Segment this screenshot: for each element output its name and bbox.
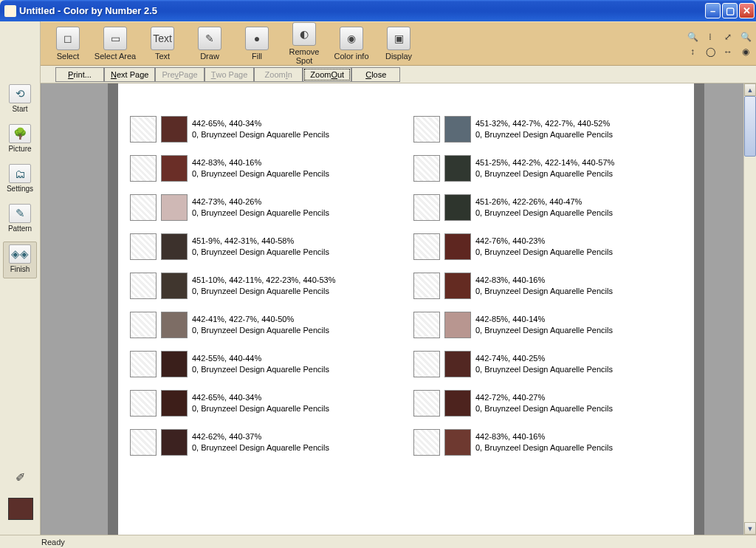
two-page-button[interactable]: Two Page bbox=[205, 67, 255, 82]
toolbar-select[interactable]: ◻Select bbox=[47, 27, 89, 61]
entry-text: 442-83%, 440-16%0, Bruynzeel Design Aqua… bbox=[475, 431, 613, 453]
color-swatch bbox=[161, 429, 188, 456]
color-entry: 442-41%, 422-7%, 440-50%0, Bruynzeel Des… bbox=[130, 306, 403, 344]
vertical-scrollbar[interactable]: ▲ ▼ bbox=[743, 83, 756, 535]
toolbar-color-info[interactable]: ◉Color info bbox=[330, 27, 373, 61]
entry-text: 442-85%, 440-14%0, Bruynzeel Design Aqua… bbox=[475, 314, 613, 336]
entry-text: 442-41%, 422-7%, 440-50%0, Bruynzeel Des… bbox=[192, 314, 329, 336]
text-icon: Text bbox=[151, 27, 174, 50]
circle-icon[interactable]: ◯ bbox=[704, 46, 716, 58]
pattern-swatch bbox=[130, 194, 157, 221]
preview-page[interactable]: 442-65%, 440-34%0, Bruynzeel Design Aqua… bbox=[118, 83, 694, 535]
color-entry: 442-62%, 440-37%0, Bruynzeel Design Aqua… bbox=[130, 423, 403, 462]
color-swatch bbox=[161, 233, 188, 260]
corner-icon[interactable]: ↔ bbox=[722, 46, 734, 58]
toolbar-remove-spot[interactable]: ◐Remove Spot bbox=[283, 22, 326, 65]
next-page-button[interactable]: Next Page bbox=[104, 67, 155, 82]
toolbar-draw[interactable]: ✎Draw bbox=[188, 27, 231, 61]
expand-icon[interactable]: ◉ bbox=[740, 46, 752, 58]
zoom-in-icon[interactable]: 🔍 bbox=[687, 31, 698, 43]
color-entry: 442-83%, 440-16%0, Bruynzeel Design Aqua… bbox=[413, 423, 687, 462]
scroll-thumb[interactable] bbox=[744, 96, 756, 157]
sidebar-item-picture[interactable]: 🌳Picture bbox=[3, 122, 37, 157]
color-swatch bbox=[444, 155, 471, 182]
pattern-swatch bbox=[413, 273, 440, 299]
preview-workarea: 442-65%, 440-34%0, Bruynzeel Design Aqua… bbox=[41, 83, 756, 535]
zoom-in-button[interactable]: Zoom In bbox=[254, 67, 303, 82]
entry-text: 442-73%, 440-26%0, Bruynzeel Design Aqua… bbox=[192, 196, 329, 219]
close-window-button[interactable]: ✕ bbox=[739, 3, 755, 18]
pattern-swatch bbox=[130, 312, 157, 338]
entry-text: 442-76%, 440-23%0, Bruynzeel Design Aqua… bbox=[475, 236, 613, 258]
close-preview-button[interactable]: Close bbox=[351, 67, 400, 82]
prev-page-button[interactable]: Prev Page bbox=[155, 67, 204, 82]
fill-icon: ● bbox=[245, 27, 269, 50]
toolbar-fill[interactable]: ●Fill bbox=[236, 27, 278, 61]
color-swatch bbox=[444, 233, 471, 260]
pattern-swatch bbox=[413, 155, 440, 182]
vert-dots-icon[interactable]: ⁞ bbox=[704, 31, 716, 43]
entry-text: 442-83%, 440-16%0, Bruynzeel Design Aqua… bbox=[192, 157, 329, 179]
settings-icon: 🗂 bbox=[9, 164, 31, 183]
sidebar-item-start[interactable]: ⟲Start bbox=[3, 82, 37, 117]
current-color-chip[interactable] bbox=[8, 498, 33, 520]
status-bar: Ready bbox=[0, 535, 756, 548]
window-title: Untitled - Color by Number 2.5 bbox=[19, 5, 705, 16]
color-entry: 451-25%, 442-2%, 422-14%, 440-57%0, Bruy… bbox=[413, 149, 687, 188]
updown-icon[interactable]: ↕ bbox=[687, 46, 698, 58]
eyedropper-icon[interactable]: ✐ bbox=[13, 470, 28, 484]
color-entry: 442-76%, 440-23%0, Bruynzeel Design Aqua… bbox=[413, 227, 687, 266]
color-entry: 442-72%, 440-27%0, Bruynzeel Design Aqua… bbox=[413, 384, 687, 422]
sidebar-item-pattern[interactable]: ✎Pattern bbox=[3, 202, 37, 237]
color-entry: 451-9%, 442-31%, 440-58%0, Bruynzeel Des… bbox=[130, 227, 403, 266]
titlebar: Untitled - Color by Number 2.5 – ▢ ✕ bbox=[0, 0, 756, 21]
pattern-swatch bbox=[130, 233, 157, 260]
print-button[interactable]: Print... bbox=[55, 67, 104, 82]
color-entry: 451-26%, 422-26%, 440-47%0, Bruynzeel De… bbox=[413, 188, 687, 227]
pattern-swatch bbox=[413, 233, 440, 260]
main-toolbar: ◻Select▭Select AreaTextText✎Draw●Fill◐Re… bbox=[41, 21, 756, 66]
color-swatch bbox=[161, 194, 188, 221]
sidebar-item-settings[interactable]: 🗂Settings bbox=[3, 162, 37, 197]
color-entry: 442-83%, 440-16%0, Bruynzeel Design Aqua… bbox=[130, 149, 403, 188]
minimize-button[interactable]: – bbox=[705, 3, 721, 18]
color-swatch bbox=[161, 312, 188, 338]
color-swatch bbox=[444, 351, 471, 377]
color-entry: 442-65%, 440-34%0, Bruynzeel Design Aqua… bbox=[130, 110, 403, 148]
toolbar-select-area[interactable]: ▭Select Area bbox=[94, 27, 137, 61]
pattern-swatch bbox=[413, 429, 440, 456]
fit-icon[interactable]: ⤢ bbox=[722, 31, 734, 43]
toolbar-display[interactable]: ▣Display bbox=[377, 27, 420, 61]
zoom-out-icon[interactable]: 🔍 bbox=[740, 31, 752, 43]
picture-icon: 🌳 bbox=[9, 124, 31, 143]
color-entry: 442-83%, 440-16%0, Bruynzeel Design Aqua… bbox=[413, 267, 687, 305]
pattern-swatch bbox=[130, 273, 157, 299]
status-text: Ready bbox=[41, 538, 65, 547]
color-swatch bbox=[161, 390, 188, 417]
pattern-swatch bbox=[413, 116, 440, 143]
entry-text: 451-25%, 442-2%, 422-14%, 440-57%0, Bruy… bbox=[475, 157, 614, 179]
scroll-down-arrow[interactable]: ▼ bbox=[744, 522, 756, 535]
toolbar-text[interactable]: TextText bbox=[141, 27, 184, 61]
pattern-swatch bbox=[413, 390, 440, 417]
color-swatch bbox=[161, 116, 188, 143]
color-info-icon: ◉ bbox=[340, 27, 363, 50]
maximize-button[interactable]: ▢ bbox=[722, 3, 738, 18]
color-swatch bbox=[444, 273, 471, 299]
color-entry: 442-55%, 440-44%0, Bruynzeel Design Aqua… bbox=[130, 345, 403, 383]
scroll-up-arrow[interactable]: ▲ bbox=[744, 83, 756, 96]
draw-icon: ✎ bbox=[198, 27, 221, 50]
sidebar-item-finish[interactable]: ◈◈Finish bbox=[3, 242, 37, 278]
entry-text: 451-32%, 442-7%, 422-7%, 440-52%0, Bruyn… bbox=[475, 118, 613, 140]
left-sidebar: ⟲Start🌳Picture🗂Settings✎Pattern◈◈Finish … bbox=[0, 21, 41, 535]
color-entry: 442-65%, 440-34%0, Bruynzeel Design Aqua… bbox=[130, 384, 403, 422]
pattern-swatch bbox=[413, 194, 440, 221]
color-entry: 442-85%, 440-14%0, Bruynzeel Design Aqua… bbox=[413, 306, 687, 344]
color-swatch bbox=[161, 155, 188, 182]
entry-text: 442-65%, 440-34%0, Bruynzeel Design Aqua… bbox=[192, 392, 329, 414]
color-entry: 451-10%, 442-11%, 422-23%, 440-53%0, Bru… bbox=[130, 267, 403, 305]
color-swatch bbox=[444, 116, 471, 143]
color-swatch bbox=[161, 273, 188, 299]
color-swatch bbox=[444, 194, 471, 221]
zoom-out-button[interactable]: Zoom Out bbox=[303, 67, 351, 82]
